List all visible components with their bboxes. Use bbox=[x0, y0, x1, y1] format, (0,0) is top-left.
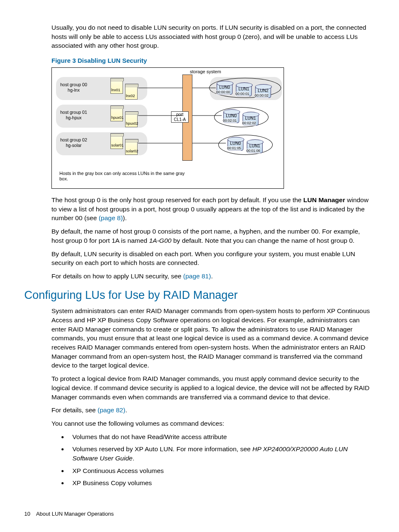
link-page-8[interactable]: (page 8) bbox=[99, 214, 123, 221]
paragraph-default-name: By default, the name of host group 0 con… bbox=[51, 227, 374, 245]
diagram-note: Hosts in the gray box can only access LU… bbox=[59, 171, 193, 182]
diagram-figure: storage system host group 00 hg-lnx host… bbox=[51, 67, 284, 189]
para3-post: by default. Note that you can change the… bbox=[171, 237, 355, 244]
list-item: Volumes that do not have Read/Write acce… bbox=[68, 432, 374, 442]
para5-post: . bbox=[211, 272, 212, 280]
paragraph-cannot-use: You cannot use the following volumes as … bbox=[51, 419, 374, 428]
figure-caption: Figure 3 Disabling LUN Security bbox=[51, 56, 374, 65]
para8-post: . bbox=[125, 406, 127, 414]
para2-pre: The host group 0 is the only host group … bbox=[51, 196, 303, 203]
paragraph-lun-security-default: By default, LUN security is disabled on … bbox=[51, 249, 374, 267]
b2-pre: Volumes reserved by XP Auto LUN. For mor… bbox=[72, 445, 252, 452]
para2-bold: LUN Manager bbox=[303, 196, 345, 203]
footer-section-title: About LUN Manager Operations bbox=[36, 511, 114, 517]
footer-page-number: 10 bbox=[24, 511, 30, 517]
list-item: XP Continuous Access volumes bbox=[68, 466, 374, 475]
page-footer: 10 About LUN Manager Operations bbox=[24, 510, 114, 518]
para5-pre: For details on how to apply LUN security… bbox=[51, 272, 183, 280]
intro-paragraph: Usually, you do not need to disable LUN … bbox=[51, 23, 374, 50]
para8-pre: For details, see bbox=[51, 406, 97, 414]
paragraph-details-link: For details, see (page 82). bbox=[51, 406, 374, 415]
heading-configuring-lus: Configuring LUs for Use by RAID Manager bbox=[24, 288, 374, 303]
list-item: Volumes reserved by XP Auto LUN. For mor… bbox=[68, 445, 374, 463]
command-device-restrictions-list: Volumes that do not have Read/Write acce… bbox=[68, 432, 374, 488]
paragraph-command-device-security: To protect a logical device from RAID Ma… bbox=[51, 374, 374, 401]
link-page-82[interactable]: (page 82) bbox=[97, 406, 125, 414]
para2-post: ). bbox=[123, 214, 127, 221]
list-item: XP Business Copy volumes bbox=[68, 478, 374, 488]
paragraph-lun-security-details: For details on how to apply LUN security… bbox=[51, 272, 374, 281]
paragraph-hostgroup0: The host group 0 is the only host group … bbox=[51, 195, 374, 223]
link-page-81[interactable]: (page 81) bbox=[183, 272, 211, 280]
paragraph-raid-intro: System administrators can enter RAID Man… bbox=[51, 306, 374, 370]
b2-post: . bbox=[133, 455, 134, 462]
para3-italic: 1A-G00 bbox=[149, 237, 171, 244]
